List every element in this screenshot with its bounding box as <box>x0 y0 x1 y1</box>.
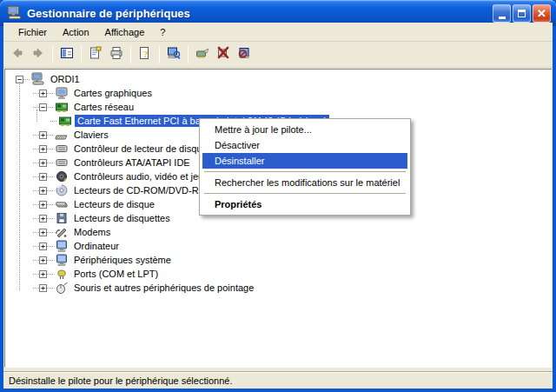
tree-connector <box>33 176 39 177</box>
system-icon <box>55 239 69 253</box>
expand-icon[interactable]: + <box>39 284 47 292</box>
tree-connector <box>23 79 30 80</box>
tree-item-label: Périphériques système <box>71 254 174 266</box>
controller-icon <box>55 142 69 156</box>
tree-item-label: Lecteurs de disque <box>71 198 157 210</box>
update-driver-icon <box>195 46 209 63</box>
context-menu-separator <box>204 193 406 194</box>
tree-item[interactable]: +Ordinateur <box>5 239 552 253</box>
properties-icon <box>89 46 103 63</box>
audio-icon <box>55 169 69 183</box>
context-menu-item[interactable]: Désinstaller <box>202 153 407 169</box>
expand-icon[interactable]: + <box>39 159 47 167</box>
menu-bar: FichierActionAffichage? <box>3 23 553 42</box>
toolbar-separator <box>188 46 189 63</box>
cdrom-icon <box>55 183 69 197</box>
expand-icon[interactable]: + <box>39 187 47 195</box>
uninstall-icon <box>216 46 230 63</box>
expand-icon[interactable]: + <box>39 270 47 278</box>
display-icon <box>55 86 69 100</box>
properties-button[interactable] <box>85 44 106 65</box>
expand-icon[interactable]: + <box>39 173 47 181</box>
tree-connector <box>33 204 39 205</box>
expand-icon[interactable]: + <box>39 243 47 250</box>
window-title: Gestionnaire de périphériques <box>27 7 493 20</box>
menu-fichier[interactable]: Fichier <box>10 24 55 40</box>
print-button[interactable] <box>106 44 127 65</box>
expand-icon[interactable]: + <box>39 229 47 236</box>
context-menu-item[interactable]: Mettre à jour le pilote... <box>202 122 407 137</box>
arrow-left-icon <box>10 46 24 63</box>
tree-connector <box>47 218 53 219</box>
close-button[interactable]: ✕ <box>533 4 551 23</box>
context-menu: Mettre à jour le pilote...DésactiverDési… <box>199 118 411 216</box>
expand-icon[interactable]: + <box>39 145 47 153</box>
tree-item[interactable]: +Cartes graphiques <box>5 86 552 100</box>
status-bar: Désinstalle le pilote pour le périphériq… <box>3 371 553 389</box>
minimize-button[interactable] <box>493 4 511 23</box>
tree-connector <box>47 176 53 177</box>
status-text: Désinstalle le pilote pour le périphériq… <box>9 375 232 386</box>
expand-icon[interactable]: + <box>39 201 47 209</box>
print-icon <box>109 46 123 63</box>
tree-guide-line <box>36 110 37 122</box>
tree-item-label: Souris et autres périphériques de pointa… <box>71 282 256 294</box>
tree-connector <box>47 149 53 149</box>
tree-item[interactable]: −ORDI1 <box>5 72 552 86</box>
tree-item-label: Contrôleurs ATA/ATAPI IDE <box>71 156 193 169</box>
system-icon <box>55 253 69 267</box>
tree-item[interactable]: +Souris et autres périphériques de point… <box>5 281 552 295</box>
tree-connector <box>47 163 53 163</box>
disable-button[interactable] <box>234 44 255 65</box>
maximize-button[interactable] <box>513 4 531 23</box>
scan-hardware-button[interactable] <box>163 44 184 65</box>
tree-item-label: Lecteurs de disquettes <box>71 212 173 224</box>
context-menu-item[interactable]: Désactiver <box>202 137 407 153</box>
tree-connector <box>33 288 39 289</box>
modem-icon <box>55 225 69 239</box>
toolbar-separator <box>159 46 160 63</box>
tree-item-label: ORDI1 <box>48 73 83 85</box>
forward-button <box>28 44 49 65</box>
tree-item[interactable]: −Cartes réseau <box>5 100 552 114</box>
tree-connector <box>47 190 53 191</box>
tree-connector <box>47 93 53 94</box>
tree-connector <box>47 107 53 108</box>
tree-guide-line <box>19 82 20 290</box>
menu-action[interactable]: Action <box>55 24 97 40</box>
tree-connector <box>33 260 39 261</box>
context-menu-item[interactable]: Propriétés <box>202 196 407 212</box>
mouse-icon <box>55 281 69 295</box>
tree-item[interactable]: +Ports (COM et LPT) <box>5 267 552 281</box>
menu-?[interactable]: ? <box>152 24 173 40</box>
tree-connector <box>33 218 39 219</box>
menu-affichage[interactable]: Affichage <box>97 24 153 40</box>
port-icon <box>55 267 69 281</box>
tree-connector <box>47 204 53 205</box>
context-menu-item[interactable]: Rechercher les modifications sur le maté… <box>202 175 407 190</box>
toolbar-separator <box>52 46 53 63</box>
expand-icon[interactable]: + <box>39 131 47 139</box>
tree-connector <box>47 246 53 247</box>
tree-connector <box>47 232 53 233</box>
expand-icon[interactable]: + <box>39 215 47 223</box>
network-card-icon <box>55 100 69 114</box>
tree-item[interactable]: +Modems <box>5 225 552 239</box>
svg-text:?: ? <box>143 48 149 58</box>
tree-connector <box>33 274 39 275</box>
tree-connector <box>33 163 39 163</box>
expand-icon[interactable]: + <box>39 256 47 264</box>
help-button[interactable]: ? <box>135 44 156 65</box>
expand-icon[interactable]: + <box>39 90 47 97</box>
tree-connector <box>33 190 39 191</box>
keyboard-icon <box>55 128 69 142</box>
collapse-icon[interactable]: − <box>39 103 47 111</box>
uninstall-button[interactable] <box>213 44 234 65</box>
tree-connector <box>47 135 53 136</box>
tree-item[interactable]: +Périphériques système <box>5 253 552 267</box>
show-console-tree-button[interactable] <box>56 44 77 65</box>
tree-connector <box>47 288 53 289</box>
tree-connector <box>33 107 39 108</box>
toolbar-separator <box>130 46 131 63</box>
update-driver-button[interactable] <box>192 44 213 65</box>
